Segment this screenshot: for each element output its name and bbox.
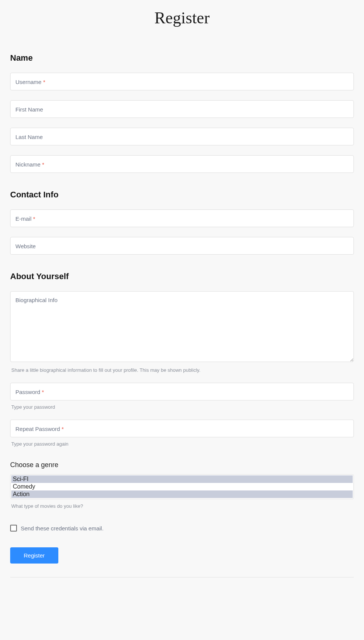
- email-input[interactable]: [10, 209, 354, 227]
- genre-select[interactable]: Sci-FIComedyAction: [10, 474, 354, 499]
- repeat-password-input[interactable]: [10, 420, 354, 437]
- genre-help: What type of movies do you like?: [10, 503, 354, 509]
- send-credentials-checkbox[interactable]: [10, 525, 17, 532]
- register-button[interactable]: Register: [10, 547, 58, 564]
- section-about: About Yourself: [10, 272, 354, 281]
- username-input[interactable]: [10, 73, 354, 90]
- send-credentials-label: Send these credentials via email.: [21, 525, 104, 532]
- divider: [10, 577, 354, 577]
- genre-option[interactable]: Comedy: [11, 483, 353, 490]
- website-input[interactable]: [10, 237, 354, 255]
- first-name-input[interactable]: [10, 100, 354, 118]
- password-help: Type your password: [10, 404, 354, 410]
- section-contact: Contact Info: [10, 190, 354, 200]
- genre-option[interactable]: Action: [11, 490, 353, 498]
- bio-textarea[interactable]: [10, 291, 354, 362]
- last-name-input[interactable]: [10, 128, 354, 145]
- page-title: Register: [0, 0, 364, 31]
- genre-label: Choose a genre: [10, 461, 354, 469]
- genre-option[interactable]: Sci-FI: [11, 475, 353, 483]
- nickname-input[interactable]: [10, 155, 354, 173]
- bio-help: Share a little biographical information …: [10, 367, 354, 373]
- repeat-password-help: Type your password again: [10, 441, 354, 447]
- password-input[interactable]: [10, 383, 354, 400]
- section-name: Name: [10, 53, 354, 63]
